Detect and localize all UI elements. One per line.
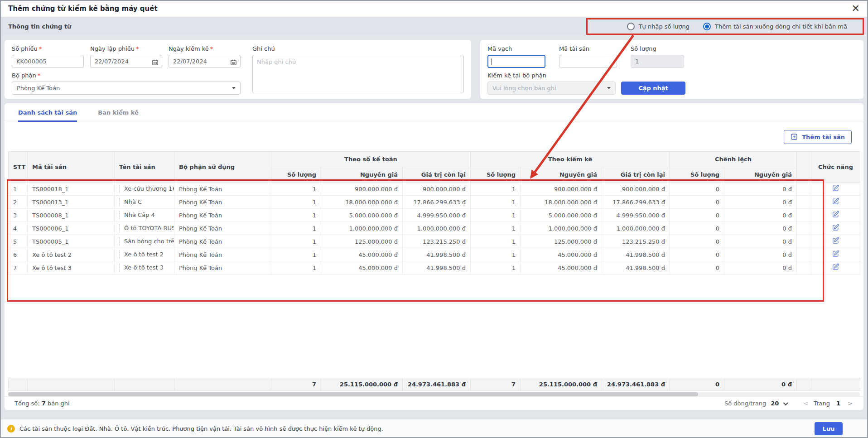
edit-icon[interactable] [832, 237, 839, 245]
table-row[interactable]: 6 Xe ô tô test 2 Xe ô tô test 2 Phòng Kế… [9, 248, 860, 261]
cell-kk-so-luong: 1 [471, 183, 521, 196]
ghi-chu-textarea[interactable] [252, 55, 464, 93]
ma-tai-san-input[interactable] [559, 55, 617, 68]
ngay-kiem-ke-label: Ngày kiểm kê* [169, 45, 241, 52]
kiem-ke-bo-phan-select[interactable]: Vui lòng chọn bản ghi [487, 82, 616, 95]
cell-bo-phan: Phòng Kế Toán [174, 209, 271, 222]
cell-chuc-nang [811, 222, 860, 235]
col-filler [797, 152, 811, 183]
ngay-lap-input[interactable] [90, 55, 162, 68]
ngay-kiem-ke-input[interactable] [169, 55, 241, 68]
cell-kk-gia-tri-con-lai: 1.000.000.000 đ [602, 222, 670, 235]
table-row[interactable]: 7 Xe ô tô test 3 Xe ô tô test 3 Phòng Kế… [9, 261, 860, 274]
cell-bo-phan: Phòng Kế Toán [174, 222, 271, 235]
chevron-down-icon [607, 87, 611, 89]
chevron-down-icon[interactable] [783, 400, 788, 405]
edit-icon[interactable] [832, 224, 839, 231]
tab-ban-kiem-ke[interactable]: Ban kiểm kê [98, 103, 139, 122]
cell-kk-gia-tri-con-lai: 4.999.950.000 đ [602, 209, 670, 222]
radio-checked-icon[interactable] [703, 23, 711, 30]
asset-table-header: STT Mã tài sản Tên tài sản Bộ phận sử dụ… [9, 152, 860, 183]
save-button[interactable]: Lưu [815, 422, 843, 435]
cell-kk-nguyen-gia: 45.000.000 đ [521, 261, 602, 274]
edit-icon[interactable] [832, 250, 839, 258]
cell-cl-so-luong: 0 [670, 209, 724, 222]
modal-header: Thêm chứng từ kiểm kê bằng máy quét ✕ [0, 0, 868, 17]
cell-kk-gia-tri-con-lai: 900.000.000 đ [602, 183, 670, 196]
total-kk-nguyen-gia: 25.115.000.000 đ [521, 378, 602, 391]
cell-kt-so-luong: 1 [271, 235, 321, 248]
edit-icon[interactable] [832, 184, 839, 192]
total-kk-so-luong: 7 [471, 378, 521, 391]
drag-dots-icon [119, 198, 120, 206]
table-row[interactable]: 2 TS000013_1 Nhà C Phòng Kế Toán 1 18.00… [9, 196, 860, 209]
cell-ten-tai-san[interactable]: Xe ô tô test 3 [115, 261, 174, 274]
cell-ma-tai-san: TS000008_1 [28, 209, 115, 222]
col-kt-nguyen-gia: Nguyên giá [321, 167, 403, 183]
field-ghi-chu: Ghi chú [252, 45, 464, 93]
edit-icon[interactable] [832, 197, 839, 205]
cell-ten-tai-san[interactable]: Ô tô TOYOTA RUS... [115, 222, 174, 235]
table-row[interactable]: 3 TS000008_1 Nhà Cấp 4 Phòng Kế Toán 1 5… [9, 209, 860, 222]
document-fields-card: Số phiếu* Ngày lập phiếu* Ngày kiểm kê* [5, 40, 471, 99]
close-icon[interactable]: ✕ [852, 4, 860, 14]
col-cl-nguyen-gia: Nguyên giá [724, 167, 797, 183]
cell-kt-gia-tri-con-lai: 17.866.299.633 đ [403, 196, 471, 209]
asset-table: STT Mã tài sản Tên tài sản Bộ phận sử dụ… [8, 151, 860, 274]
cell-cl-nguyen-gia: 0 đ [724, 222, 797, 235]
next-page-icon[interactable]: > [847, 400, 854, 407]
rows-per-page-select[interactable]: 20 [771, 400, 779, 407]
ma-vach-input[interactable] [487, 55, 545, 68]
add-asset-button[interactable]: Thêm tài sản [784, 130, 852, 144]
cell-kk-so-luong: 1 [471, 196, 521, 209]
so-luong-input [631, 55, 684, 68]
cell-ten-tai-san[interactable]: Xe ô tô test 2 [115, 248, 174, 261]
cell-stt: 6 [9, 248, 28, 261]
cell-cl-so-luong: 0 [670, 248, 724, 261]
cell-kk-nguyen-gia: 900.000.000 đ [521, 183, 602, 196]
drag-dots-icon [119, 224, 120, 232]
table-row[interactable]: 1 TS000018_1 Xe cứu thương 16 ... Phòng … [9, 183, 860, 196]
scrollbar-thumb[interactable] [8, 392, 698, 396]
cell-kt-so-luong: 1 [271, 196, 321, 209]
so-phieu-input[interactable] [12, 55, 84, 68]
add-asset-label: Thêm tài sản [802, 134, 845, 140]
edit-icon[interactable] [832, 211, 839, 218]
drag-dots-icon [119, 185, 120, 193]
cell-ten-tai-san[interactable]: Sân bóng cho trẻ [115, 235, 174, 248]
bo-phan-select[interactable]: Phòng Kế Toán [12, 82, 241, 95]
cell-filler [797, 196, 811, 209]
radio-scan-newline[interactable]: Thêm tài sản xuống dòng chi tiết khi bắn… [703, 23, 847, 30]
info-icon: i [7, 425, 15, 433]
cell-chuc-nang [811, 248, 860, 261]
total-kt-nguyen-gia: 25.115.000.000 đ [321, 378, 403, 391]
edit-icon[interactable] [832, 263, 839, 271]
table-row[interactable]: 5 TS000005_1 Sân bóng cho trẻ Phòng Kế T… [9, 235, 860, 248]
cell-filler [797, 235, 811, 248]
cell-cl-nguyen-gia: 0 đ [724, 248, 797, 261]
document-info-section-bar: Thông tin chứng từ Tự nhập số lượng Thêm… [0, 17, 868, 35]
prev-page-icon[interactable]: < [802, 400, 809, 407]
cell-ten-tai-san[interactable]: Nhà C [115, 196, 174, 209]
page-title: Thêm chứng từ kiểm kê bằng máy quét [8, 5, 158, 13]
update-button[interactable]: Cập nhật [621, 82, 685, 95]
bo-phan-value: Phòng Kế Toán [17, 85, 60, 91]
table-row[interactable]: 4 TS000006_1 Ô tô TOYOTA RUS... Phòng Kế… [9, 222, 860, 235]
cell-cl-nguyen-gia: 0 đ [724, 235, 797, 248]
cell-cl-nguyen-gia: 0 đ [724, 196, 797, 209]
so-phieu-label: Số phiếu* [12, 45, 84, 52]
cell-ten-tai-san[interactable]: Nhà Cấp 4 [115, 209, 174, 222]
cell-ma-tai-san: Xe ô tô test 3 [28, 261, 115, 274]
radio-unchecked-icon[interactable] [627, 23, 635, 30]
cell-chuc-nang [811, 261, 860, 274]
cell-stt: 5 [9, 235, 28, 248]
ngay-lap-label: Ngày lập phiếu* [90, 45, 162, 52]
col-kk-gia-tri-con-lai: Giá trị còn lại [602, 167, 670, 183]
cell-ma-tai-san: Xe ô tô test 2 [28, 248, 115, 261]
cell-ten-tai-san[interactable]: Xe cứu thương 16 ... [115, 183, 174, 196]
cell-kk-so-luong: 1 [471, 248, 521, 261]
cell-kt-nguyen-gia: 900.000.000 đ [321, 183, 403, 196]
tab-danh-sach-tai-san[interactable]: Danh sách tài sản [18, 103, 77, 122]
radio-scan-label: Thêm tài sản xuống dòng chi tiết khi bắn… [715, 23, 847, 30]
radio-manual-quantity[interactable]: Tự nhập số lượng [627, 23, 690, 30]
